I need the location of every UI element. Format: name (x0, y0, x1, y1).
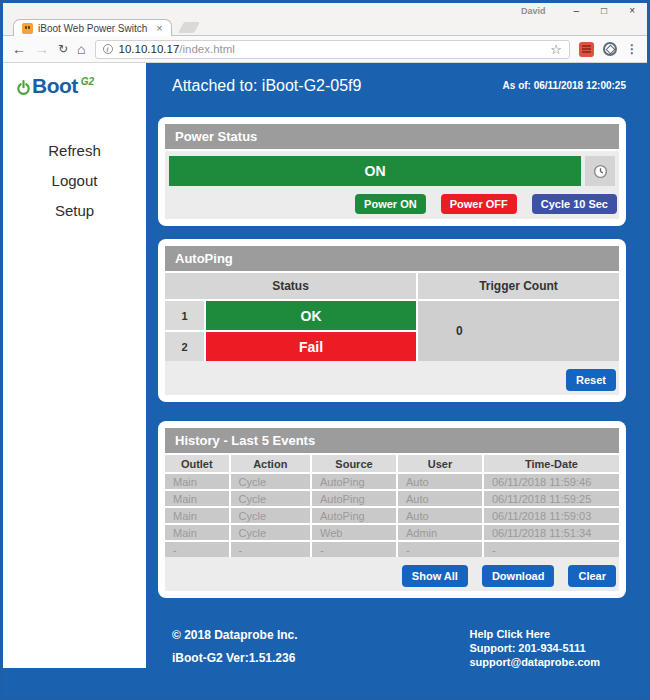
history-cell: - (484, 542, 619, 557)
power-off-button[interactable]: Power OFF (441, 194, 517, 214)
sidebar-item-refresh[interactable]: Refresh (48, 142, 101, 159)
history-footer: Show All Download Clear (165, 557, 619, 591)
maximize-icon[interactable]: □ (601, 6, 607, 16)
history-cell: - (165, 542, 229, 557)
history-cell: Main (165, 508, 229, 523)
history-col-source: Source (312, 455, 396, 472)
autoping-body: Status Trigger Count 1 OK 0 2 Fail Reset (165, 273, 619, 395)
address-bar[interactable]: i 10.10.10.17/index.html ☆ (95, 40, 570, 59)
page-footer: © 2018 Dataprobe Inc. iBoot-G2 Ver:1.51.… (158, 598, 626, 669)
footer-right: Help Click Here Support: 201-934-5111 su… (469, 628, 600, 669)
cycle-button[interactable]: Cycle 10 Sec (532, 194, 617, 214)
history-panel: History - Last 5 Events Outlet Action So… (158, 421, 626, 598)
power-symbol-icon (16, 79, 31, 96)
outlet-favicon-icon (22, 23, 33, 34)
tab-strip: iBoot Web Power Switch × (3, 18, 647, 36)
history-cell: 06/11/2018 11:59:46 (484, 474, 619, 489)
history-cell: Main (165, 491, 229, 506)
extension-red-icon[interactable] (579, 42, 594, 57)
support-email: support@dataprobe.com (469, 656, 600, 670)
history-cell: 06/11/2018 11:51:34 (484, 525, 619, 540)
autoping-table: Status Trigger Count 1 OK 0 2 Fail (165, 273, 619, 361)
history-cell: Web (312, 525, 396, 540)
history-col-outlet: Outlet (165, 455, 229, 472)
history-cell: - (312, 542, 396, 557)
new-tab-button[interactable] (178, 22, 200, 33)
iboot-logo: Boot G2 (3, 75, 146, 96)
history-col-user: User (398, 455, 482, 472)
forward-icon[interactable]: → (35, 42, 49, 56)
browser-window: David – □ × iBoot Web Power Switch × ← →… (0, 0, 650, 700)
history-col-action: Action (231, 455, 310, 472)
browser-menu-icon[interactable]: ⋮ (626, 43, 638, 55)
copyright-text: © 2018 Dataprobe Inc. (172, 628, 298, 642)
history-cell: Main (165, 474, 229, 489)
sidebar-item-logout[interactable]: Logout (52, 172, 98, 189)
autoping-status-ok-bar: OK (206, 301, 416, 330)
power-on-button[interactable]: Power ON (355, 194, 426, 214)
autoping-footer: Reset (165, 361, 619, 395)
history-cell: Admin (398, 525, 482, 540)
reload-icon[interactable]: ↻ (58, 43, 68, 55)
reset-button[interactable]: Reset (566, 369, 616, 391)
home-icon[interactable]: ⌂ (77, 42, 85, 56)
history-cell: Cycle (231, 474, 310, 489)
history-cell: Auto (398, 474, 482, 489)
autoping-status-header: Status (165, 273, 416, 299)
autoping-trigger-count: 0 (418, 301, 619, 361)
tab-close-icon[interactable]: × (156, 23, 162, 34)
history-cell: AutoPing (312, 474, 396, 489)
history-cell: Cycle (231, 508, 310, 523)
page-header: Attached to: iBoot-G2-05f9 As of: 06/11/… (158, 77, 626, 95)
history-cell: 06/11/2018 11:59:03 (484, 508, 619, 523)
autoping-panel: AutoPing Status Trigger Count 1 OK 0 2 F… (158, 239, 626, 402)
bookmark-star-icon[interactable]: ☆ (550, 43, 562, 56)
minimize-icon[interactable]: – (574, 6, 580, 16)
history-col-timedate: Time-Date (484, 455, 619, 472)
history-cell: AutoPing (312, 508, 396, 523)
power-status-panel: Power Status ON Power ON (158, 117, 626, 226)
back-icon[interactable]: ← (12, 42, 26, 56)
sidebar: Boot G2 Refresh Logout Setup (3, 63, 146, 668)
logo-text: Boot (32, 75, 78, 96)
history-cell: Cycle (231, 491, 310, 506)
history-body: Outlet Action Source User Time-Date Main… (165, 455, 619, 591)
history-cell: 06/11/2018 11:59:25 (484, 491, 619, 506)
clock-icon (593, 164, 608, 179)
help-link[interactable]: Help Click Here (469, 628, 600, 642)
timer-clock-button[interactable] (585, 156, 615, 186)
history-cell: - (398, 542, 482, 557)
sidebar-nav: Refresh Logout Setup (3, 142, 146, 219)
sidebar-item-setup[interactable]: Setup (55, 202, 94, 219)
power-state-row: ON (165, 151, 619, 188)
window-titlebar: David – □ × (3, 3, 647, 18)
extension-circle-icon[interactable] (603, 42, 617, 56)
autoping-status-fail-bar: Fail (206, 332, 416, 361)
history-cell: Auto (398, 491, 482, 506)
power-state-bar: ON (169, 156, 581, 186)
download-button[interactable]: Download (482, 565, 555, 587)
history-title: History - Last 5 Events (165, 428, 619, 453)
autoping-row-index: 2 (165, 332, 204, 361)
power-buttons-row: Power ON Power OFF Cycle 10 Sec (165, 188, 619, 219)
url-text[interactable]: 10.10.10.17/index.html (119, 43, 235, 55)
close-icon[interactable]: × (629, 6, 635, 16)
clear-button[interactable]: Clear (568, 565, 616, 587)
autoping-row-index: 1 (165, 301, 204, 330)
page-info-icon[interactable]: i (103, 44, 113, 54)
support-phone: Support: 201-934-5111 (469, 642, 600, 656)
history-cell: AutoPing (312, 491, 396, 506)
logo-g2: G2 (81, 76, 94, 87)
version-text: iBoot-G2 Ver:1.51.236 (172, 651, 298, 665)
attached-to-title: Attached to: iBoot-G2-05f9 (172, 77, 361, 95)
autoping-trigger-header: Trigger Count (418, 273, 619, 299)
page-content: Boot G2 Refresh Logout Setup Attached to… (3, 63, 647, 697)
history-cell: Main (165, 525, 229, 540)
history-table: Outlet Action Source User Time-Date Main… (165, 455, 619, 557)
show-all-button[interactable]: Show All (402, 565, 468, 587)
profile-name[interactable]: David (521, 6, 546, 16)
tab-title: iBoot Web Power Switch (38, 23, 147, 34)
power-status-body: ON Power ON Power OFF Cycle 10 Sec (165, 151, 619, 219)
power-status-title: Power Status (165, 124, 619, 149)
tab-iboot[interactable]: iBoot Web Power Switch × (13, 19, 172, 36)
